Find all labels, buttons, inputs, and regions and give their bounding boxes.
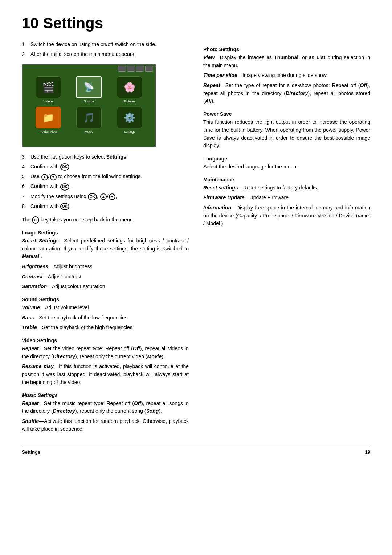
repeat-video-text: Repeat—Set the video repeat type: Repeat…	[22, 345, 189, 360]
section-photo-settings: Photo Settings View—Display the images a…	[203, 46, 370, 105]
right-column: Photo Settings View—Display the images a…	[203, 41, 370, 435]
menu-item-videos: 🎬 Videos	[30, 76, 67, 103]
down-arrow-icon-2: ▼	[109, 193, 115, 200]
music-icon: 🎵	[76, 107, 102, 128]
step-6: 6 Confirm with OK.	[22, 183, 189, 190]
step-3: 3 Use the navigation keys to select Sett…	[22, 153, 189, 161]
step-7: 7 Modify the settings using OK, ▲/▼,	[22, 193, 189, 200]
reset-settings-text: Reset settings—Reset settings to factory…	[203, 184, 370, 192]
information-text: Information—Display free space in the in…	[203, 204, 370, 228]
videos-icon: 🎬	[36, 76, 61, 98]
volume-text: Volume—Adjust volume level	[22, 304, 189, 312]
ok-icon-step8: OK	[60, 203, 69, 210]
maintenance-heading: Maintenance	[203, 177, 370, 183]
contrast-text: Contrast—Adjust contrast	[22, 273, 189, 281]
repeat-photo-text: Repeat—Set the type of repeat for slide-…	[203, 82, 370, 105]
footer-section-label: Settings	[22, 449, 40, 455]
photo-settings-heading: Photo Settings	[203, 46, 370, 52]
step-8: 8 Confirm with OK.	[22, 203, 189, 210]
intro-steps: 1 Switch the device on using the on/off …	[22, 41, 189, 58]
up-arrow-icon: ▲	[41, 174, 48, 180]
section-music-settings: Music Settings Repeat—Set the music repe…	[22, 392, 189, 433]
device-screenshot: 🎬 Videos 📡 Source 🌸 Pictures 📁 Fold	[22, 64, 156, 147]
left-column: 1 Switch the device on using the on/off …	[22, 41, 189, 435]
chapter-title: 10 Settings	[22, 15, 370, 32]
shuffle-text: Shuffle—Activate this function for rando…	[22, 417, 189, 433]
language-text: Select the desired language for the menu…	[203, 163, 370, 171]
numbered-steps: 3 Use the navigation keys to select Sett…	[22, 153, 189, 210]
smart-settings-text: Smart Settings—Select predefined setting…	[22, 237, 189, 261]
page: 10 Settings 1 Switch the device on using…	[0, 0, 392, 555]
video-settings-heading: Video Settings	[22, 338, 189, 343]
menu-item-pictures: 🌸 Pictures	[111, 76, 148, 103]
step-2: 2 After the initial screen the main menu…	[22, 50, 189, 58]
step-5: 5 Use ▲/▼ to choose from the following s…	[22, 173, 189, 180]
section-maintenance: Maintenance Reset settings—Reset setting…	[203, 177, 370, 228]
view-text: View—Display the images as Thumbnail or …	[203, 54, 370, 69]
status-icon-4	[145, 66, 153, 72]
footer-page-number: 19	[365, 449, 370, 455]
time-per-slide-text: Time per slide—Image viewing time during…	[203, 72, 370, 79]
page-footer: Settings 19	[22, 446, 370, 458]
bass-text: Bass—Set the playback of the low frequen…	[22, 314, 189, 322]
step-1: 1 Switch the device on using the on/off …	[22, 41, 189, 48]
status-icon-3	[136, 66, 144, 72]
section-video-settings: Video Settings Repeat—Set the video repe…	[22, 338, 189, 386]
down-arrow-icon: ▼	[50, 174, 57, 180]
language-heading: Language	[203, 156, 370, 162]
menu-item-source: 📡 Source	[70, 76, 107, 103]
status-icon-1	[118, 66, 126, 72]
settings-icon: ⚙️	[117, 107, 142, 128]
power-save-heading: Power Save	[203, 111, 370, 117]
treble-text: Treble—Set the playback of the high freq…	[22, 324, 189, 332]
status-icons	[23, 65, 155, 73]
image-settings-heading: Image Settings	[22, 230, 189, 236]
section-sound-settings: Sound Settings Volume—Adjust volume leve…	[22, 297, 189, 332]
menu-item-folder: 📁 Folder View	[30, 107, 67, 134]
brightness-text: Brightness—Adjust brightness	[22, 263, 189, 271]
status-icon-2	[127, 66, 135, 72]
two-col-layout: 1 Switch the device on using the on/off …	[22, 41, 370, 435]
source-icon: 📡	[76, 76, 102, 98]
folder-icon: 📁	[36, 107, 61, 128]
repeat-music-text: Repeat—Set the music repeat type: Repeat…	[22, 400, 189, 415]
music-settings-heading: Music Settings	[22, 392, 189, 398]
saturation-text: Saturation—Adjust colour saturation	[22, 283, 189, 291]
step-4: 4 Confirm with OK.	[22, 163, 189, 171]
ok-icon-step6: OK	[60, 183, 69, 191]
ok-icon-step4: OK	[60, 163, 69, 171]
section-power-save: Power Save This function reduces the lig…	[203, 111, 370, 150]
section-image-settings: Image Settings Smart Settings—Select pre…	[22, 230, 189, 291]
back-icon: ↩	[32, 216, 39, 224]
section-language: Language Select the desired language for…	[203, 156, 370, 171]
menu-item-music: 🎵 Music	[70, 107, 107, 134]
resume-play-text: Resume play—If this function is activate…	[22, 363, 189, 386]
firmware-update-text: Firmware Update—Update Firmware	[203, 194, 370, 202]
menu-item-settings: ⚙️ Settings	[111, 107, 148, 134]
up-arrow-icon-2: ▲	[100, 193, 107, 200]
pictures-icon: 🌸	[117, 76, 142, 98]
power-save-text: This function reduces the light output i…	[203, 118, 370, 150]
ok-icon-step7: OK	[88, 193, 97, 200]
menu-grid: 🎬 Videos 📡 Source 🌸 Pictures 📁 Fold	[23, 73, 155, 137]
sound-settings-heading: Sound Settings	[22, 297, 189, 302]
back-note: The ↩ key takes you one step back in the…	[22, 216, 189, 224]
